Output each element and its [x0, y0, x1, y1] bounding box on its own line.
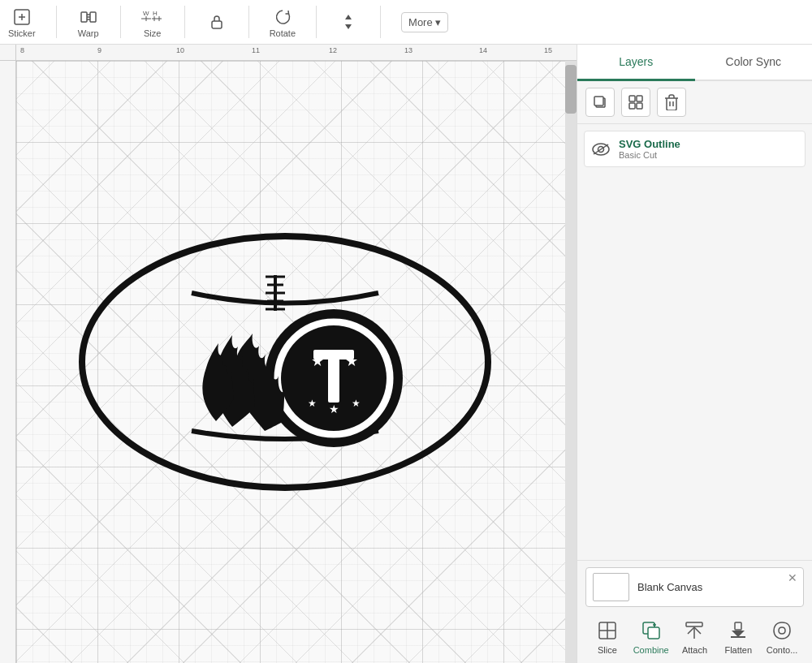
more-label: More	[408, 16, 433, 28]
layer-info: SVG Outline Basic Cut	[619, 138, 798, 160]
ruler-tick-9: 9	[97, 46, 102, 54]
slice-button[interactable]: Slice	[587, 618, 628, 655]
attach-label: Attach	[682, 645, 707, 655]
size-tool[interactable]: W H Size	[141, 6, 164, 38]
svg-text:★: ★	[352, 398, 361, 409]
contour-button[interactable]: Conto...	[762, 618, 802, 655]
ruler-corner	[0, 45, 16, 61]
separator-4	[248, 6, 249, 38]
panel-toolbar	[577, 81, 812, 124]
svg-text:★: ★	[308, 398, 317, 409]
layer-visibility-toggle[interactable]	[591, 140, 611, 159]
separator-3	[184, 6, 185, 38]
lock-icon	[205, 11, 228, 33]
duplicate-button[interactable]	[585, 88, 615, 117]
ruler-tick-11: 11	[252, 46, 260, 54]
combine-label: Combine	[633, 645, 669, 655]
group-button[interactable]	[621, 88, 650, 117]
bottom-actions: Slice Combine	[585, 613, 804, 657]
lock-tool[interactable]	[205, 11, 228, 33]
canvas-area[interactable]: 8 9 10 11 12 13 14 15	[0, 45, 577, 663]
layer-item-svg-outline[interactable]: SVG Outline Basic Cut	[584, 131, 806, 167]
tab-color-sync[interactable]: Color Sync	[695, 45, 813, 81]
contour-icon	[770, 618, 794, 643]
flatten-icon	[726, 618, 750, 643]
svg-rect-51	[686, 622, 702, 626]
grid-canvas: ★ ★ ★ ★ ★	[16, 61, 577, 663]
rotate-icon	[271, 6, 294, 28]
delete-button[interactable]	[657, 88, 686, 117]
ruler-tick-15: 15	[544, 46, 552, 54]
svg-text:★: ★	[329, 403, 339, 415]
blank-canvas-label: Blank Canvas	[637, 581, 702, 593]
blank-canvas-close-icon[interactable]: ✕	[788, 571, 797, 584]
ruler-tick-13: 13	[404, 46, 412, 54]
svg-text:W: W	[143, 10, 149, 17]
svg-rect-3	[81, 12, 87, 22]
more-dropdown-icon: ▾	[435, 16, 441, 28]
svg-rect-35	[629, 96, 635, 101]
layers-list: SVG Outline Basic Cut	[577, 124, 812, 560]
contour-label: Conto...	[767, 645, 798, 655]
svg-rect-36	[637, 96, 642, 101]
position-tool[interactable]	[337, 11, 360, 33]
sticker-icon	[11, 6, 33, 28]
size-label: Size	[144, 28, 161, 38]
main-content: 8 9 10 11 12 13 14 15	[0, 45, 812, 663]
scrollbar-vertical[interactable]	[565, 61, 577, 663]
bottom-panel: Blank Canvas ✕ Slice	[577, 560, 812, 663]
size-icon: W H	[141, 6, 164, 28]
svg-rect-4	[90, 12, 96, 22]
combine-button[interactable]: Combine	[631, 618, 672, 655]
blank-canvas-thumbnail	[593, 573, 629, 601]
layer-type: Basic Cut	[619, 150, 798, 160]
svg-rect-48	[648, 627, 659, 639]
ruler-tick-14: 14	[479, 46, 487, 54]
svg-rect-34	[594, 97, 603, 105]
sticker-tool[interactable]: Sticker	[8, 6, 36, 38]
layer-name: SVG Outline	[619, 138, 798, 150]
flatten-button[interactable]: Flatten	[718, 618, 758, 655]
combine-icon	[639, 618, 663, 643]
separator-5	[316, 6, 317, 38]
attach-icon	[682, 618, 706, 643]
right-panel: Layers Color Sync	[577, 45, 812, 663]
slice-label: Slice	[598, 645, 617, 655]
svg-text:★: ★	[311, 353, 324, 369]
panel-tabs: Layers Color Sync	[577, 45, 812, 81]
rotate-tool[interactable]: Rotate	[270, 6, 296, 38]
ruler-tick-10: 10	[176, 46, 184, 54]
position-icon	[337, 11, 360, 33]
blank-canvas-item[interactable]: Blank Canvas	[585, 567, 804, 607]
scrollbar-thumb[interactable]	[565, 65, 577, 114]
svg-rect-15	[212, 21, 222, 28]
svg-text:H: H	[153, 10, 158, 17]
more-button[interactable]: More ▾	[401, 12, 448, 32]
sticker-label: Sticker	[8, 28, 36, 38]
separator-1	[56, 6, 57, 38]
svg-artwork[interactable]: ★ ★ ★ ★ ★	[58, 187, 512, 536]
slice-icon	[595, 618, 620, 643]
warp-label: Warp	[78, 28, 99, 38]
separator-6	[380, 6, 381, 38]
flatten-label: Flatten	[724, 645, 752, 655]
tab-layers[interactable]: Layers	[577, 45, 695, 81]
svg-rect-53	[735, 622, 741, 630]
svg-text:★: ★	[345, 353, 358, 369]
top-toolbar: Sticker Warp W H	[0, 0, 812, 45]
attach-button[interactable]: Attach	[674, 618, 715, 655]
svg-rect-38	[637, 103, 642, 109]
ruler-vertical	[0, 45, 16, 663]
warp-icon	[77, 6, 100, 28]
ruler-tick-8: 8	[20, 46, 24, 54]
ruler-tick-12: 12	[329, 46, 337, 54]
separator-2	[120, 6, 121, 38]
rotate-label: Rotate	[270, 28, 296, 38]
ruler-horizontal: 8 9 10 11 12 13 14 15	[16, 45, 577, 61]
svg-rect-37	[629, 103, 635, 109]
svg-rect-27	[328, 358, 339, 403]
warp-tool[interactable]: Warp	[77, 6, 100, 38]
